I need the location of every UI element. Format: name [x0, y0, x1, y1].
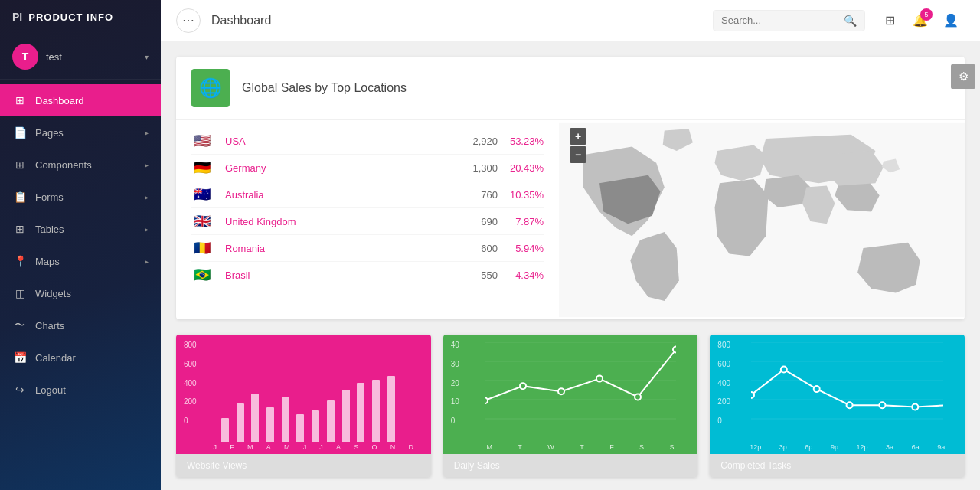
country-flag: 🇷🇴 [191, 241, 213, 255]
country-value: 600 [452, 243, 498, 254]
country-name: United Kingdom [225, 216, 452, 227]
chevron-right-icon: ▸ [145, 225, 149, 234]
username: test [46, 51, 145, 63]
sidebar-item-pages[interactable]: 📄 Pages ▸ [0, 116, 161, 149]
sidebar-item-maps[interactable]: 📍 Maps ▸ [0, 245, 161, 277]
chevron-right-icon: ▸ [145, 129, 149, 137]
logout-icon: ↪ [12, 382, 28, 397]
map-area: + − [559, 120, 965, 319]
daily-sales-chart: 403020100 [443, 335, 698, 442]
x-label: J [319, 443, 323, 451]
x-label: J [214, 443, 217, 451]
sidebar-item-components[interactable]: ⊞ Components ▸ [0, 149, 161, 181]
x-label: T [580, 443, 584, 451]
bar-group [266, 407, 274, 442]
y-label: 800 [184, 341, 197, 349]
x-label: S [639, 443, 644, 451]
country-value: 1,300 [452, 162, 498, 174]
country-value: 690 [452, 216, 498, 227]
svg-point-20 [814, 386, 820, 392]
sidebar-item-calendar[interactable]: 📅 Calendar [0, 341, 161, 374]
bar [387, 376, 395, 442]
daily-sales-card: 403020100 MTWTFSS Daily Sales [443, 335, 698, 477]
calendar-icon: 📅 [12, 350, 28, 365]
completed-tasks-card: 8006004002000 12p3p6p9p12p3a6a9a Complet… [710, 335, 965, 477]
bar [327, 400, 335, 442]
x-label: T [518, 443, 522, 451]
svg-point-7 [520, 383, 526, 389]
completed-tasks-title: Completed Tasks [720, 460, 791, 471]
dots-icon: ⋯ [182, 13, 194, 28]
website-views-chart: 8006004002000 [176, 335, 431, 442]
sidebar-item-label-widgets: Widgets [35, 288, 149, 299]
country-pct: 7.87% [498, 216, 544, 227]
apps-button[interactable]: ⊞ [876, 7, 903, 34]
sidebar-item-forms[interactable]: 📋 Forms ▸ [0, 181, 161, 213]
zoom-in-button[interactable]: + [570, 128, 586, 145]
svg-point-8 [558, 388, 564, 394]
sidebar-nav: ⊞ Dashboard 📄 Pages ▸ ⊞ Components ▸ 📋 F… [0, 80, 161, 490]
zoom-out-button[interactable]: − [570, 146, 586, 163]
country-flag: 🇩🇪 [191, 161, 213, 175]
tasks-chart-area [720, 342, 954, 442]
bar [357, 383, 364, 442]
x-label: W [547, 443, 554, 451]
x-label: F [609, 443, 614, 451]
bar-group [312, 410, 319, 442]
sidebar-item-logout[interactable]: ↪ Logout [0, 374, 161, 406]
notifications-button[interactable]: 🔔 5 [906, 7, 934, 34]
map-controls: + − [570, 128, 586, 165]
search-box: 🔍 [713, 10, 865, 31]
x-label: N [390, 443, 396, 451]
sidebar-item-dashboard[interactable]: ⊞ Dashboard [0, 84, 161, 116]
x-label: 9a [937, 443, 945, 451]
bar [266, 407, 274, 442]
bar-group [387, 376, 395, 442]
maps-icon: 📍 [12, 253, 28, 269]
x-label: M [486, 443, 492, 451]
svg-point-9 [596, 376, 603, 382]
x-label: 9p [831, 443, 838, 451]
settings-button[interactable]: ⚙ [951, 64, 975, 89]
completed-tasks-svg [751, 342, 943, 426]
menu-button[interactable]: ⋯ [176, 8, 201, 33]
user-profile[interactable]: T test ▾ [0, 34, 161, 80]
components-icon: ⊞ [12, 157, 28, 172]
country-pct: 10.35% [498, 189, 544, 201]
search-icon: 🔍 [844, 15, 857, 27]
avatar: T [12, 44, 38, 70]
country-flag: 🇦🇺 [191, 188, 213, 201]
country-value: 550 [452, 270, 498, 281]
x-label: 12p [856, 443, 867, 451]
table-row: 🇺🇸 USA 2,920 53.23% [191, 128, 544, 155]
logo-abbr: PI [12, 11, 22, 23]
chevron-right-icon: ▸ [145, 161, 149, 169]
svg-point-10 [635, 394, 641, 400]
svg-point-19 [781, 367, 787, 373]
svg-point-18 [751, 392, 754, 398]
country-pct: 53.23% [498, 136, 544, 147]
sidebar-item-widgets[interactable]: ◫ Widgets [0, 277, 161, 309]
bar [296, 414, 304, 442]
sidebar-item-charts[interactable]: 〜 Charts [0, 309, 161, 341]
sidebar-item-label-charts: Charts [35, 320, 149, 332]
website-views-footer: Website Views [176, 454, 431, 477]
website-views-card: 8006004002000 JFMAMJJASOND Website Views [176, 335, 431, 477]
bar [282, 397, 289, 442]
country-flag: 🇧🇷 [191, 268, 213, 282]
charts-row: 8006004002000 JFMAMJJASOND Website Views… [176, 335, 965, 477]
user-button[interactable]: 👤 [937, 7, 965, 34]
x-label: 3p [779, 443, 787, 451]
svg-point-23 [913, 403, 919, 410]
website-views-title: Website Views [187, 460, 247, 471]
search-input[interactable] [721, 15, 844, 26]
tasks-chart-x-labels: 12p3p6p9p12p3a6a9a [710, 442, 965, 454]
table-row: 🇷🇴 Romania 600 5.94% [191, 235, 544, 262]
sidebar-item-label-forms: Forms [35, 191, 145, 203]
x-label: 12p [750, 443, 761, 451]
apps-icon: ⊞ [885, 13, 895, 28]
table-row: 🇦🇺 Australia 760 10.35% [191, 181, 544, 208]
sidebar-item-tables[interactable]: ⊞ Tables ▸ [0, 213, 161, 245]
sidebar-item-label-components: Components [35, 159, 145, 171]
daily-sales-title: Daily Sales [454, 460, 500, 471]
